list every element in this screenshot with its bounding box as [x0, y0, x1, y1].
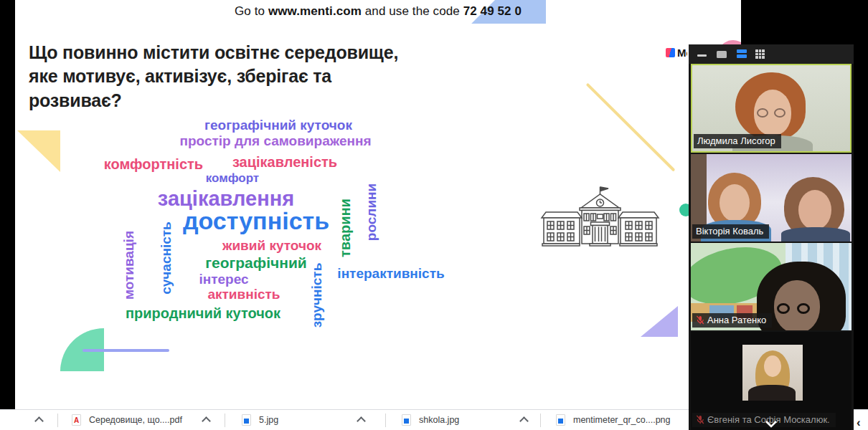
muted-mic-icon	[696, 415, 704, 424]
muted-mic-icon	[696, 315, 704, 325]
minimize-icon[interactable]	[697, 54, 707, 57]
collapse-panel-arrow[interactable]: ‹	[857, 416, 861, 430]
wordcloud-word: сучасність	[159, 221, 174, 295]
wordcloud-word: інтерес	[199, 272, 248, 287]
download-item-label[interactable]: Середовище, що....pdf	[89, 415, 182, 425]
download-item-label[interactable]: 5.jpg	[259, 415, 278, 425]
download-item-chevron[interactable]	[202, 416, 211, 426]
wordcloud-word: географічний	[205, 254, 306, 272]
chevron-down-icon[interactable]	[763, 419, 780, 429]
wordcloud-word: комфортність	[104, 156, 203, 173]
speaker-view-icon[interactable]	[717, 51, 727, 58]
letterbox-left	[0, 0, 15, 409]
strip-view-icon[interactable]	[737, 49, 747, 59]
downloads-separator	[57, 414, 58, 427]
gallery-view-icon[interactable]	[755, 49, 765, 59]
video-tile-participant-3[interactable]: Анна Ратенко	[691, 243, 852, 330]
video-tile-participant-1[interactable]: Людмила Лисогор	[691, 64, 852, 153]
wordcloud-word: тварини	[337, 199, 354, 257]
participant-name-tag: Анна Ратенко	[692, 313, 772, 328]
letterbox-right	[854, 44, 868, 409]
video-tile-participant-2[interactable]: Вікторія Коваль	[691, 154, 852, 242]
wordcloud-word: природничий куточок	[126, 305, 280, 322]
wordcloud-word: комфорт	[206, 171, 259, 186]
participant-name-tag: Людмила Лисогор	[694, 134, 781, 148]
image-file-icon	[402, 414, 411, 426]
image-file-icon	[242, 414, 251, 426]
participant-3-name: Анна Ратенко	[707, 315, 766, 325]
wordcloud-word: мотивація	[121, 231, 137, 300]
mentimeter-logo-text: Me	[677, 47, 687, 59]
downloads-separator	[225, 414, 225, 427]
decorative-periwinkle-line	[82, 349, 169, 352]
screen: Go to www.menti.com and use the code 72 …	[0, 0, 868, 430]
participant-2-name: Вікторія Коваль	[696, 226, 763, 236]
participant-1-name: Людмила Лисогор	[697, 135, 775, 146]
zoom-panel-header	[689, 44, 854, 64]
mentimeter-logo: Me	[666, 46, 687, 59]
wordcloud-word: живий куточок	[222, 238, 321, 254]
image-file-icon	[556, 414, 565, 426]
wordcloud-word: рослини	[364, 183, 379, 241]
wordcloud-word: доступність	[183, 207, 329, 235]
downloads-separator	[540, 414, 541, 427]
mentimeter-logo-icon	[666, 48, 675, 57]
zoom-video-panel[interactable]: Людмила Лисогор Вікторія Коваль	[689, 44, 854, 430]
download-item-label[interactable]: mentimeter_qr_co....png	[573, 415, 671, 425]
participant-name-tag: Вікторія Коваль	[692, 224, 769, 239]
wordcloud-word: зручність	[309, 263, 325, 328]
wordcloud-word: інтерактивність	[337, 266, 444, 282]
letterbox-top-right	[741, 0, 868, 44]
participant-4-figure	[742, 345, 803, 401]
wordcloud-word: активність	[207, 287, 280, 302]
download-item-chevron[interactable]	[357, 416, 366, 426]
downloads-separator	[385, 414, 386, 427]
school-building-illustration	[539, 185, 660, 248]
pdf-file-icon	[72, 414, 81, 426]
wordcloud-word: географічний куточок	[204, 118, 352, 133]
wordcloud-word: зацікавленість	[232, 154, 337, 171]
download-item-chevron[interactable]	[34, 416, 44, 426]
download-item-label[interactable]: shkola.jpg	[419, 415, 459, 425]
download-item-chevron[interactable]	[519, 416, 529, 426]
wordcloud-word: простір для самовираження	[179, 133, 371, 149]
video-tile-participant-4[interactable]: Євгенія та Софія Москалюк.	[691, 332, 852, 430]
